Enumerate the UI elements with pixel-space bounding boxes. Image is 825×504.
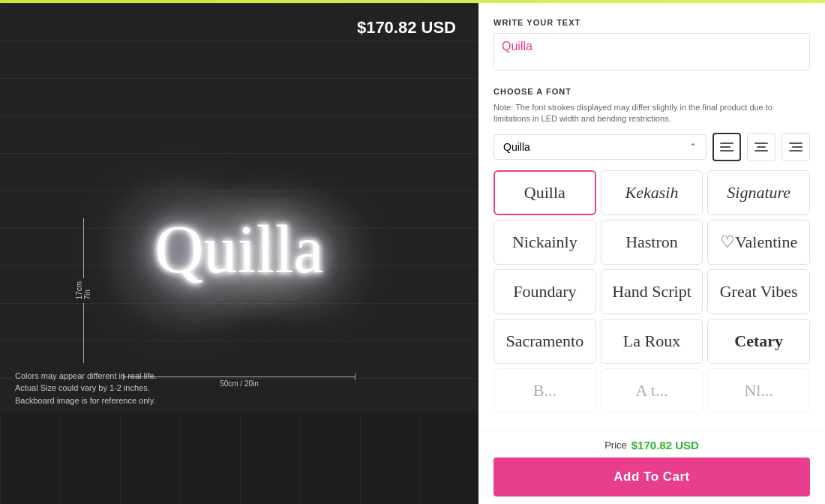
align-left-icon (718, 141, 735, 153)
v-line-bottom (83, 303, 84, 363)
config-scroll[interactable]: WRITE YOUR TEXT Quilla CHOOSE A FONT Not… (478, 3, 825, 430)
font-label-nickainly: Nickainly (512, 232, 578, 252)
font-label-extra3: Nl... (744, 381, 773, 400)
floor-boards (0, 414, 478, 504)
font-option-hastron[interactable]: Hastron (601, 220, 704, 265)
v-line-top (83, 218, 84, 278)
font-option-quilla[interactable]: Quilla (494, 170, 596, 215)
align-right-icon (788, 141, 804, 153)
font-option-handscript[interactable]: Hand Script (601, 269, 704, 314)
product-price-overlay: $170.82 USD (357, 18, 456, 38)
font-option-cetary[interactable]: Cetary (707, 319, 810, 364)
price-value: $170.82 USD (632, 439, 699, 452)
font-section: CHOOSE A FONT Note: The font strokes dis… (494, 87, 810, 413)
neon-text: Quilla (155, 209, 324, 290)
font-label-extra2: A t... (636, 381, 668, 400)
font-option-kekasih[interactable]: Kekasih (601, 170, 704, 215)
font-label-extra1: B... (533, 381, 556, 400)
v-dim-label: 17cm7in (75, 281, 92, 299)
font-option-extra2[interactable]: A t... (601, 368, 704, 413)
font-label-greatvibes: Great Vibes (720, 282, 798, 302)
bottom-bar: Price $170.82 USD Add To Cart (478, 430, 825, 504)
font-grid: Quilla Kekasih Signature Nickainly Hastr… (494, 170, 810, 413)
dimension-horizontal: 50cm / 20in (123, 376, 356, 388)
font-option-nickainly[interactable]: Nickainly (494, 220, 596, 265)
h-dim-label: 50cm / 20in (220, 380, 259, 388)
align-center-button[interactable] (747, 133, 776, 161)
neon-sign-container: Quilla (155, 209, 324, 290)
align-right-button[interactable] (782, 133, 810, 161)
font-option-signature[interactable]: Signature (707, 170, 810, 215)
disclaimer-text: Colors may appear different in real life… (15, 370, 157, 407)
font-label-foundary: Foundary (513, 282, 576, 302)
font-controls: Quilla ⌃ (494, 133, 810, 161)
font-option-laroux[interactable]: La Roux (601, 319, 704, 364)
font-label-hastron: Hastron (626, 232, 678, 252)
font-option-valentine[interactable]: ♡Valentine (707, 220, 810, 265)
product-image-panel: $170.82 USD 17cm7in Quilla 50cm / 20in C… (0, 3, 478, 504)
font-option-extra1[interactable]: B... (494, 368, 596, 413)
chevron-up-icon: ⌃ (689, 142, 697, 152)
write-text-label: WRITE YOUR TEXT (494, 18, 810, 27)
font-option-extra3[interactable]: Nl... (707, 368, 810, 413)
text-input[interactable]: Quilla (494, 33, 810, 70)
price-line: Price $170.82 USD (494, 439, 810, 452)
font-label-laroux: La Roux (623, 332, 680, 351)
align-left-button[interactable] (712, 133, 741, 161)
add-to-cart-button[interactable]: Add To Cart (494, 458, 810, 496)
price-label: Price (604, 440, 627, 451)
font-label-sacramento: Sacramento (506, 332, 584, 351)
font-label-handscript: Hand Script (612, 282, 692, 302)
config-panel: WRITE YOUR TEXT Quilla CHOOSE A FONT Not… (478, 3, 825, 504)
align-center-icon (753, 141, 770, 153)
choose-font-label: CHOOSE A FONT (494, 87, 810, 96)
font-label-valentine: ♡Valentine (720, 232, 797, 252)
font-option-greatvibes[interactable]: Great Vibes (707, 269, 810, 314)
font-dropdown-value: Quilla (503, 141, 530, 153)
font-label-signature: Signature (727, 183, 790, 202)
font-note: Note: The font strokes displayed may dif… (494, 102, 810, 125)
dimension-vertical: 17cm7in (75, 218, 92, 362)
main-content: $170.82 USD 17cm7in Quilla 50cm / 20in C… (0, 3, 825, 504)
font-label-kekasih: Kekasih (626, 183, 679, 202)
font-option-foundary[interactable]: Foundary (494, 269, 596, 314)
font-label-quilla: Quilla (524, 183, 566, 202)
h-line (123, 376, 356, 377)
font-option-sacramento[interactable]: Sacramento (494, 319, 596, 364)
font-dropdown[interactable]: Quilla ⌃ (494, 134, 706, 160)
product-price: $170.82 USD (357, 18, 456, 37)
font-label-cetary: Cetary (734, 332, 783, 351)
